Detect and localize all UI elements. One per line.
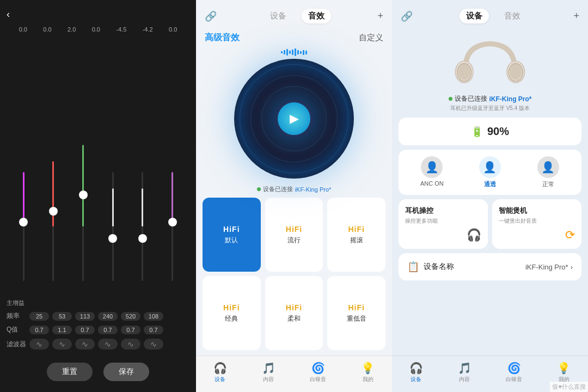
watermark: 值♥什么直搜 (550, 382, 588, 392)
waveform-bar (303, 50, 304, 55)
tab-device-device[interactable]: 设备 (460, 9, 489, 23)
nav-content-icon: 🎵 (262, 362, 275, 375)
eq-q-5[interactable]: 0.7 (144, 326, 163, 334)
eq-slider-band2[interactable] (82, 172, 84, 303)
waveform-bar (305, 51, 307, 54)
nav-whitenoise[interactable]: 🌀 白噪音 (310, 362, 326, 383)
eq-freq-label: 频率 (7, 311, 26, 321)
preset-classic[interactable]: HiFi 经典 (203, 276, 261, 350)
eq-val-4: -4.5 (116, 26, 126, 33)
device-link-icon[interactable]: 🔗 (401, 10, 413, 22)
preset-soft[interactable]: HiFi 柔和 (265, 276, 323, 350)
device-nav-mine[interactable]: 💡 我的 (557, 362, 571, 383)
feature-control-sub: 操控更多功能 (405, 217, 481, 225)
sound-add-icon[interactable]: + (377, 10, 383, 22)
sound-panel: 🔗 设备 音效 + 高级音效 自定义 ▶ 设备已连接 i (196, 0, 392, 392)
waveform-bar (289, 51, 291, 54)
waveform-bar (281, 51, 283, 53)
preset-rock-icon: HiFi (348, 225, 364, 234)
eq-values-row: 0.0 0.0 2.0 0.0 -4.5 -4.2 0.0 (7, 26, 189, 33)
headphone-svg (449, 35, 531, 89)
nav-device[interactable]: 🎧 设备 (213, 362, 227, 383)
eq-filter-row: 滤波器 ∿ ∿ ∿ ∿ ∿ ∿ (7, 339, 189, 350)
eq-q-3[interactable]: 0.7 (98, 326, 118, 334)
mode-transparent[interactable]: 👤 通透 (474, 156, 506, 188)
eq-freq-1[interactable]: 53 (52, 312, 72, 321)
eq-freq-3[interactable]: 240 (98, 312, 118, 321)
eq-q-0[interactable]: 0.7 (29, 326, 49, 334)
eq-q-label: Q值 (7, 325, 26, 334)
device-nav-whitenoise-label: 白噪音 (506, 376, 522, 383)
mode-transparent-label: 通透 (484, 180, 496, 188)
eq-slider-band4[interactable] (142, 172, 143, 303)
preset-soft-label: 柔和 (287, 314, 301, 323)
eq-val-2: 2.0 (68, 26, 76, 33)
back-button[interactable]: ‹ (7, 9, 10, 20)
eq-filter-3[interactable]: ∿ (98, 339, 118, 350)
viz-play-button[interactable]: ▶ (278, 102, 310, 135)
device-nav-device[interactable]: 🎧 设备 (409, 362, 423, 383)
eq-q-4[interactable]: 0.7 (121, 326, 140, 334)
eq-filter-0[interactable]: ∿ (29, 339, 49, 350)
device-add-icon[interactable]: + (573, 10, 579, 22)
feature-smart-burn[interactable]: 智能煲机 一键煲出好音质 ⟳ (492, 199, 581, 249)
eq-freq-2[interactable]: 113 (75, 312, 95, 321)
feature-burn-icon: ⟳ (565, 228, 575, 242)
eq-val-5: -4.2 (143, 26, 153, 33)
device-name-icon: 📋 (407, 261, 419, 273)
feature-row: 耳机操控 操控更多功能 🎧 智能煲机 一键煲出好音质 ⟳ (399, 199, 581, 249)
eq-params-section: 频率 25 53 113 240 520 108 Q值 0.7 1.1 0.7 … (7, 307, 189, 354)
feature-burn-title: 智能煲机 (499, 206, 575, 216)
svg-point-1 (458, 64, 470, 80)
device-name-label-text: 设备名称 (424, 262, 454, 272)
tab-sound-device[interactable]: 设备 (264, 9, 293, 23)
preset-bass[interactable]: HiFi 重低音 (327, 276, 385, 350)
tab-device-sound[interactable]: 音效 (498, 9, 527, 23)
nav-content[interactable]: 🎵 内容 (262, 362, 275, 383)
preset-pop-label: 流行 (287, 236, 301, 245)
device-name-row[interactable]: 📋 设备名称 iKF-King Pro* › (399, 253, 581, 280)
eq-filter-2[interactable]: ∿ (75, 339, 95, 350)
nav-mine-icon: 💡 (361, 362, 375, 375)
feature-burn-sub: 一键煲出好音质 (499, 217, 575, 225)
device-nav-whitenoise[interactable]: 🌀 白噪音 (506, 362, 522, 383)
eq-q-2[interactable]: 0.7 (75, 326, 95, 334)
eq-slider-band3[interactable] (112, 172, 114, 303)
eq-slider-main-gain[interactable] (23, 172, 24, 303)
mode-normal-avatar: 👤 (537, 156, 559, 178)
eq-filter-1[interactable]: ∿ (52, 339, 72, 350)
mode-anc[interactable]: 👤 ANC ON (415, 156, 448, 188)
eq-slider-band5[interactable] (171, 172, 173, 303)
tab-sound-effect[interactable]: 音效 (302, 9, 331, 23)
connection-dot (257, 187, 261, 191)
battery-percentage: 90% (487, 125, 509, 138)
mode-transparent-avatar: 👤 (479, 156, 501, 178)
eq-filter-5[interactable]: ∿ (144, 339, 163, 350)
device-nav-device-label: 设备 (411, 376, 421, 383)
device-bt-version: 耳机已升级蓝牙至蓝牙 V5.4 版本 (392, 105, 588, 112)
mode-normal-label: 正常 (542, 180, 554, 188)
custom-label[interactable]: 自定义 (359, 33, 383, 43)
feature-headphone-control[interactable]: 耳机操控 操控更多功能 🎧 (399, 199, 488, 249)
presets-grid: HiFi 默认 HiFi 流行 HiFi 摇滚 HiFi 经典 HiFi 柔和 … (196, 198, 392, 350)
preset-rock[interactable]: HiFi 摇滚 (327, 198, 385, 272)
mode-normal[interactable]: 👤 正常 (532, 156, 565, 188)
device-model-name: iKF-King Pro* (489, 95, 532, 103)
eq-q-1[interactable]: 1.1 (52, 326, 72, 334)
save-button[interactable]: 保存 (103, 363, 149, 381)
eq-freq-4[interactable]: 520 (121, 312, 140, 321)
battery-icon: 🔋 (471, 126, 483, 138)
eq-filter-4[interactable]: ∿ (121, 339, 140, 350)
sound-header: 🔗 设备 音效 + (196, 0, 392, 28)
waveform-bar (300, 51, 302, 54)
eq-slider-band1[interactable] (52, 172, 54, 303)
preset-pop[interactable]: HiFi 流行 (265, 198, 323, 272)
sound-link-icon[interactable]: 🔗 (205, 10, 217, 22)
eq-freq-0[interactable]: 25 (29, 312, 49, 321)
reset-button[interactable]: 重置 (47, 363, 93, 381)
sound-tabs: 设备 音效 (217, 9, 377, 23)
device-nav-content[interactable]: 🎵 内容 (458, 362, 471, 383)
preset-default[interactable]: HiFi 默认 (203, 198, 261, 272)
eq-freq-5[interactable]: 108 (144, 312, 163, 321)
nav-mine[interactable]: 💡 我的 (361, 362, 375, 383)
